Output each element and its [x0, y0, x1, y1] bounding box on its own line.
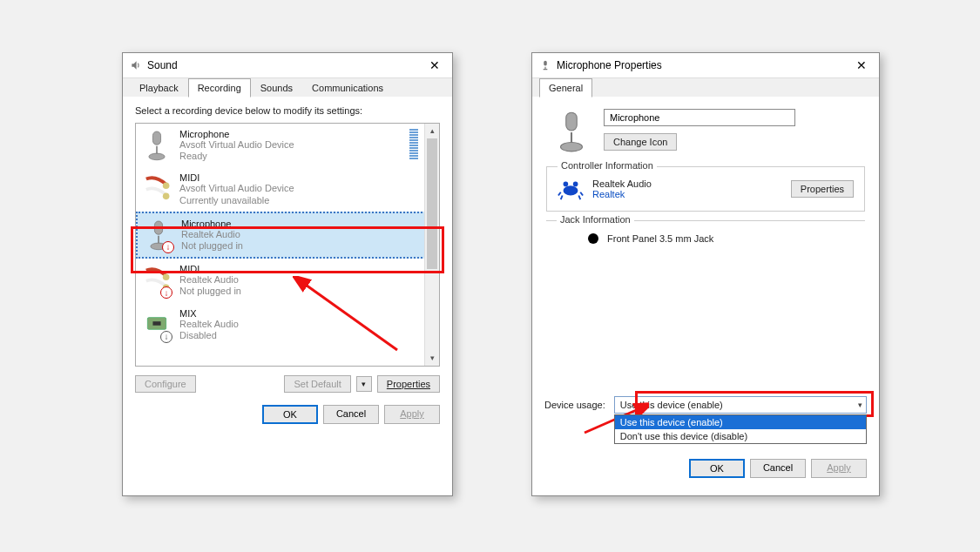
mic-properties-dialog: Microphone Properties ✕ General Change I… — [531, 52, 880, 496]
controller-vendor-link[interactable]: Realtek — [592, 189, 652, 199]
speaker-icon — [130, 59, 142, 71]
tab-playback[interactable]: Playback — [130, 78, 188, 98]
controller-name: Realtek Audio — [592, 178, 652, 189]
chevron-down-icon: ▾ — [858, 401, 862, 409]
svg-rect-0 — [152, 131, 160, 145]
device-row[interactable]: MIDIAvsoft Virtual Audio DeviceCurrently… — [136, 167, 439, 211]
svg-point-2 — [163, 183, 170, 190]
svg-point-15 — [564, 182, 569, 187]
section-label: Controller Information — [558, 160, 657, 171]
ok-button[interactable]: OK — [262, 405, 318, 424]
svg-point-1 — [149, 153, 165, 160]
svg-point-6 — [163, 274, 170, 281]
dialog-title: Microphone Properties — [557, 59, 851, 71]
dialog-buttons: OK Cancel Apply — [532, 452, 879, 488]
jack-color-icon — [588, 233, 598, 244]
section-label: Jack Information — [557, 214, 634, 225]
svg-rect-9 — [152, 321, 160, 326]
device-row[interactable]: ↓MIDIRealtek AudioNot plugged in — [136, 259, 439, 302]
usage-label: Device usage: — [544, 400, 605, 410]
tab-communications[interactable]: Communications — [302, 78, 393, 98]
svg-rect-4 — [154, 221, 162, 234]
scroll-down-icon[interactable]: ▾ — [425, 351, 439, 366]
controller-properties-button[interactable]: Properties — [791, 180, 854, 198]
microphone-large-icon — [553, 109, 590, 154]
properties-button[interactable]: Properties — [377, 375, 440, 393]
dialog-buttons: OK Cancel Apply — [123, 398, 452, 434]
cancel-button[interactable]: Cancel — [323, 405, 379, 424]
combobox-option[interactable]: Don't use this device (disable) — [615, 429, 866, 443]
device-name: MIX — [179, 308, 239, 319]
device-name-input[interactable] — [604, 109, 795, 126]
device-list: MicrophoneAvsoft Virtual Audio DeviceRea… — [135, 123, 440, 367]
content-area: Change Icon Controller Information Realt… — [532, 97, 879, 452]
device-status: Not plugged in — [179, 286, 241, 297]
device-subtitle: Avsoft Virtual Audio Device — [179, 139, 294, 151]
device-usage-combobox[interactable]: Use this device (enable) ▾ Use this devi… — [614, 396, 867, 414]
configure-button[interactable]: Configure — [135, 375, 196, 393]
device-name: Microphone — [181, 219, 243, 229]
device-subtitle: Realtek Audio — [179, 319, 239, 330]
sound-dialog: Sound ✕ Playback Recording Sounds Commun… — [122, 52, 453, 496]
close-icon[interactable]: ✕ — [424, 58, 445, 72]
tab-bar: General — [532, 77, 879, 97]
mic-down-icon: ↓ — [145, 219, 172, 252]
device-row[interactable]: ↓MicrophoneRealtek AudioNot plugged in — [136, 212, 439, 259]
titlebar: Sound ✕ — [123, 53, 452, 77]
mic-icon — [143, 129, 171, 162]
device-status: Disabled — [179, 330, 239, 341]
cable-icon — [143, 172, 171, 205]
combobox-selected: Use this device (enable) — [615, 397, 866, 413]
cancel-button[interactable]: Cancel — [750, 459, 806, 478]
titlebar: Microphone Properties ✕ — [532, 53, 879, 77]
tab-general[interactable]: General — [539, 78, 592, 98]
device-name: MIDI — [179, 264, 241, 274]
list-buttons: Configure Set Default ▾ Properties — [135, 375, 440, 393]
device-subtitle: Avsoft Virtual Audio Device — [179, 183, 294, 194]
scroll-up-icon[interactable]: ▴ — [425, 124, 439, 138]
svg-point-13 — [561, 142, 583, 151]
ok-button[interactable]: OK — [689, 459, 745, 478]
set-default-button[interactable]: Set Default — [284, 375, 350, 393]
apply-button[interactable]: Apply — [384, 405, 440, 424]
device-status: Not plugged in — [181, 240, 243, 252]
instruction-text: Select a recording device below to modif… — [135, 105, 440, 116]
svg-point-3 — [163, 193, 170, 200]
combobox-dropdown: Use this device (enable) Don't use this … — [614, 414, 867, 444]
svg-rect-11 — [544, 61, 547, 66]
scroll-thumb[interactable] — [427, 138, 437, 269]
device-header: Change Icon — [544, 105, 867, 166]
jack-info-section: Jack Information Front Panel 3.5 mm Jack — [546, 220, 865, 252]
set-default-dropdown-icon[interactable]: ▾ — [356, 376, 372, 392]
device-subtitle: Realtek Audio — [181, 229, 243, 240]
device-row[interactable]: ↓MIXRealtek AudioDisabled — [136, 303, 439, 347]
tab-recording[interactable]: Recording — [188, 78, 251, 98]
content-area: Select a recording device below to modif… — [123, 97, 452, 398]
svg-point-16 — [573, 182, 578, 187]
svg-rect-12 — [566, 112, 577, 131]
device-row[interactable]: MicrophoneAvsoft Virtual Audio DeviceRea… — [136, 124, 439, 167]
device-usage-row: Device usage: Use this device (enable) ▾… — [544, 396, 867, 414]
controller-info-section: Controller Information Realtek Audio Rea… — [546, 166, 865, 212]
change-icon-button[interactable]: Change Icon — [604, 133, 677, 151]
device-status: Currently unavailable — [179, 195, 294, 206]
svg-point-14 — [564, 185, 578, 195]
device-name: MIDI — [179, 172, 294, 183]
tab-sounds[interactable]: Sounds — [251, 78, 302, 98]
scrollbar[interactable]: ▴ ▾ — [424, 124, 439, 366]
close-icon[interactable]: ✕ — [851, 58, 872, 72]
device-name: Microphone — [179, 129, 294, 139]
dialog-title: Sound — [147, 59, 424, 71]
chip-down-icon: ↓ — [143, 308, 171, 341]
tab-bar: Playback Recording Sounds Communications — [123, 77, 452, 97]
realtek-crab-icon — [558, 176, 584, 202]
microphone-icon — [539, 59, 551, 71]
cable-down-icon: ↓ — [143, 264, 171, 297]
level-meter-icon — [409, 129, 418, 160]
device-status: Ready — [179, 151, 294, 162]
device-subtitle: Realtek Audio — [179, 274, 241, 286]
jack-text: Front Panel 3.5 mm Jack — [607, 233, 713, 244]
combobox-option[interactable]: Use this device (enable) — [615, 415, 866, 429]
apply-button[interactable]: Apply — [811, 459, 867, 478]
